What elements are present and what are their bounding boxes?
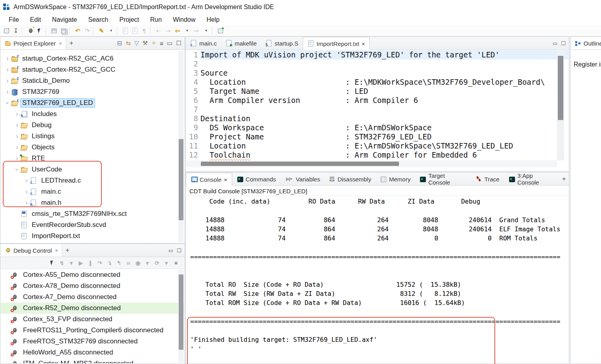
new-debug-connection-icon[interactable]: ✦ (26, 26, 34, 36)
menu-run[interactable]: Run (145, 15, 167, 25)
minimize-icon[interactable]: ▭ (553, 40, 557, 46)
maximize-icon[interactable]: ☐ (176, 40, 181, 47)
menu-navigate[interactable]: Navigate (46, 15, 82, 25)
close-icon[interactable]: × (224, 176, 227, 183)
debug-session-cortex_53_fvp[interactable]: Cortex_53_FVP disconnected (1, 314, 184, 325)
chevron-right-icon[interactable]: › (4, 89, 11, 95)
tree-item-startup-cortex-r52-gic-gcc[interactable]: ›cstartup_Cortex-R52_GIC_GCC (1, 64, 184, 75)
back-icon[interactable]: ⇦ (173, 26, 182, 36)
editor-hscrollbar-thumb[interactable] (201, 162, 399, 166)
tree-item-cmsis-rte-stm32f769nihx-sct[interactable]: cmsis_rte_STM32F769NIHx.sct (1, 208, 184, 219)
view-menu-icon[interactable]: ≡ (172, 258, 180, 268)
pin-editor-icon[interactable] (216, 26, 225, 36)
console-tab-console[interactable]: Console× (186, 173, 232, 186)
console-output[interactable]: Code (inc. data) RO Data RW Data ZI Data… (186, 196, 569, 363)
debug-session-cortex-a7_demo[interactable]: Cortex-A7_Demo disconnected (1, 292, 184, 303)
continue-icon[interactable]: ▶ (76, 258, 85, 268)
connect-dropdown-icon[interactable]: ▾ (67, 258, 76, 268)
last-edit-back-icon[interactable]: ⇠ (154, 26, 163, 36)
menu-file[interactable]: File (3, 15, 25, 25)
tree-item-objects[interactable]: ›Objects (1, 142, 184, 153)
menu-edit[interactable]: Edit (25, 15, 47, 25)
breakpoint-dropdown-icon[interactable]: ▾ (143, 258, 152, 268)
menu-window[interactable]: Window (167, 15, 201, 25)
editor-hscrollbar[interactable] (186, 160, 557, 167)
debug-session-helloworld_a55[interactable]: HelloWorld_A55 disconnected (1, 347, 184, 358)
chevron-right-icon[interactable]: › (4, 78, 11, 84)
pe-scrollbar-thumb[interactable] (179, 139, 183, 220)
tree-item-ledthread-c[interactable]: ›cLEDThread.c (1, 175, 184, 186)
tree-item-listings[interactable]: ›Listings (1, 131, 184, 142)
open-task-icon[interactable] (121, 26, 130, 36)
show-whitespace-icon[interactable]: ¶ (140, 26, 149, 36)
import-icon[interactable]: ↧ (11, 26, 20, 36)
step-instruction-icon[interactable]: si (124, 258, 133, 268)
minimize-icon[interactable]: ▭ (167, 40, 172, 47)
new-wizard-icon[interactable]: ✦ (2, 26, 11, 36)
clean-icon[interactable]: ✧ (151, 40, 156, 47)
editor-vscrollbar[interactable] (557, 51, 564, 160)
pen-dropdown-icon[interactable]: ▼ (107, 26, 115, 36)
link-with-editor-icon[interactable]: ⇆ (126, 40, 131, 47)
tree-item-eventrecorderstub-scvd[interactable]: EventRecorderStub.scvd (1, 219, 184, 231)
step-into-icon[interactable]: ↴ (105, 258, 114, 268)
filter-icon[interactable]: ▽ (134, 40, 139, 47)
disconnect-icon[interactable]: ↯ (57, 258, 66, 268)
debug-session-cortex-a55_demo[interactable]: Cortex-A55_Demo disconnected (1, 269, 184, 280)
tree-item-rte[interactable]: ›✦RTE (1, 153, 184, 164)
tree-item-usercode[interactable]: ›UserCode (1, 164, 184, 175)
breakpoint-mode-icon[interactable]: ◉ (134, 258, 142, 268)
chevron-right-icon[interactable]: › (23, 189, 30, 195)
tree-item-startup-cortex-r52-gic-ac6[interactable]: ›cstartup_Cortex-R52_GIC_AC6 (1, 53, 184, 64)
chevron-down-icon[interactable]: › (4, 99, 11, 107)
pe-scrollbar[interactable] (178, 51, 184, 242)
connect-target-icon[interactable] (48, 258, 57, 268)
chevron-right-icon[interactable]: › (13, 133, 21, 139)
highlight-pen-icon[interactable]: ✎ (97, 26, 106, 36)
debug-session-itm_cortex-m4_mps2[interactable]: ITM_Cortex-M4_MPS2 disconnected (1, 358, 184, 363)
last-edit-forward-icon[interactable]: ⇢ (164, 26, 172, 36)
debug-session-freertos11_porting_compiler6[interactable]: FreeRTOS11_Porting_Compiler6 disconnecte… (1, 325, 184, 336)
tree-item-debug[interactable]: ›Debug (1, 120, 184, 131)
tree-item-stm32f769-led-led[interactable]: ›cSTM32F769_LED_LED (1, 97, 184, 109)
console-tab-3-app-console[interactable]: 3:App Console (504, 173, 559, 185)
forward-icon[interactable]: ⇨ (192, 26, 201, 36)
new-view-button[interactable]: + (62, 244, 73, 257)
step-over-icon[interactable]: ↷ (95, 258, 104, 268)
new-view-button[interactable]: + (66, 37, 76, 50)
tab-debug-control[interactable]: Debug Control × (0, 244, 62, 257)
console-tab-memory[interactable]: Memory (376, 173, 415, 185)
menu-search[interactable]: Search (83, 15, 114, 25)
chevron-right-icon[interactable]: › (23, 200, 30, 206)
forward-dropdown-icon[interactable]: ▼ (202, 26, 210, 36)
editor-content[interactable]: 1Import of MDK uVision project 'STM32F76… (186, 50, 569, 160)
view-menu-icon[interactable]: ≡ (160, 40, 164, 47)
menu-help[interactable]: Help (201, 15, 225, 25)
collapse-all-icon[interactable]: ⊟ (117, 40, 122, 47)
editor-tab-importreport-txt[interactable]: ImportReport.txt× (303, 37, 370, 50)
maximize-icon[interactable]: ☐ (561, 40, 566, 46)
new-console-button[interactable]: + (559, 173, 569, 185)
tree-item-includes[interactable]: ›hIncludes (1, 109, 184, 120)
editor-vscrollbar-thumb[interactable] (558, 56, 563, 120)
tree-item-staticlib-demo[interactable]: ›cStaticLib_Demo (1, 75, 184, 86)
dc-scrollbar-thumb[interactable] (179, 274, 183, 350)
minimize-icon[interactable]: ▭ (168, 248, 173, 253)
tree-item-importreport-txt[interactable]: ImportReport.txt (1, 231, 184, 242)
console-tab-trace[interactable]: Trace (471, 173, 504, 185)
chevron-right-icon[interactable]: › (13, 111, 21, 117)
tree-item-led[interactable]: LED (1, 242, 184, 243)
redo-icon[interactable]: ↷ (83, 26, 92, 36)
tree-item-main-h[interactable]: ›hmain.h (1, 197, 184, 208)
menu-project[interactable]: Project (114, 15, 145, 25)
tab-outline[interactable]: Outline (570, 37, 601, 50)
console-tab-variables[interactable]: (x)=Variables (280, 173, 324, 185)
chevron-right-icon[interactable]: › (13, 144, 21, 151)
dc-scrollbar[interactable] (178, 270, 184, 363)
debug-session-cortex-r52_demo[interactable]: Cortex-R52_Demo disconnected (1, 303, 184, 314)
debug-session-cortex-a78_demo[interactable]: Cortex-A78_Demo disconnected (1, 280, 184, 292)
console-tab-commands[interactable]: Commands (232, 173, 280, 185)
step-return-icon[interactable]: ↰ (114, 258, 123, 268)
build-icon[interactable]: ⚒ (143, 40, 148, 47)
chevron-down-icon[interactable]: › (14, 166, 20, 173)
